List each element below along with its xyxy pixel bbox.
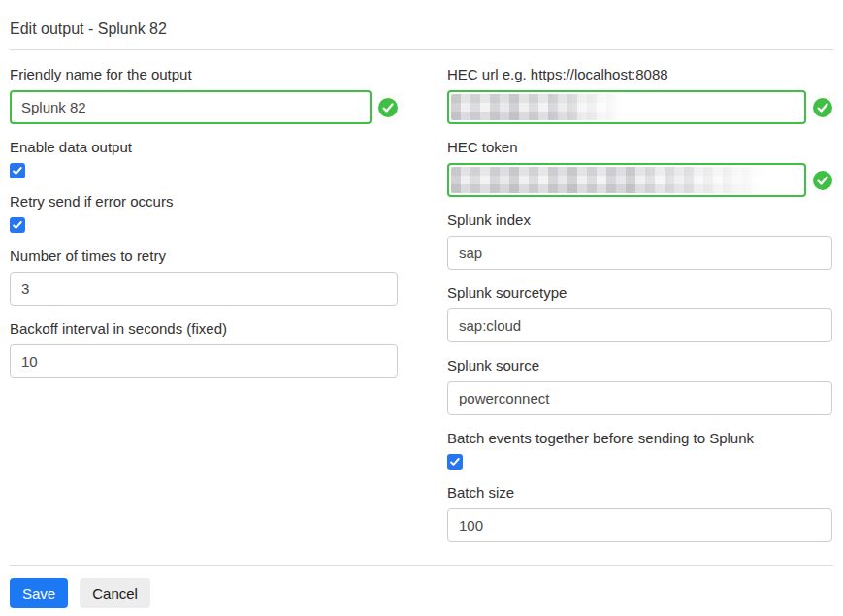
hec-url-valid-badge bbox=[813, 98, 832, 117]
splunk-source-input[interactable] bbox=[447, 381, 832, 415]
splunk-index-label: Splunk index bbox=[447, 211, 832, 228]
field-friendly-name: Friendly name for the output bbox=[10, 66, 398, 124]
batch-size-input[interactable] bbox=[447, 508, 832, 542]
hec-url-input[interactable] bbox=[447, 90, 806, 124]
enable-data-output-checkbox[interactable] bbox=[10, 163, 25, 178]
field-retry-on-error: Retry send if error occurs bbox=[10, 193, 398, 233]
field-batch-events: Batch events together before sending to … bbox=[447, 430, 832, 470]
splunk-index-input[interactable] bbox=[447, 236, 832, 270]
valid-check-icon bbox=[813, 171, 832, 190]
batch-events-label: Batch events together before sending to … bbox=[447, 430, 832, 446]
splunk-source-label: Splunk source bbox=[447, 357, 832, 373]
check-icon bbox=[449, 456, 461, 468]
hec-url-label: HEC url e.g. https://localhost:8088 bbox=[447, 66, 832, 82]
hec-token-label: HEC token bbox=[447, 139, 832, 155]
hec-token-input-row bbox=[447, 163, 832, 197]
batch-size-input-row bbox=[447, 508, 832, 542]
save-button[interactable]: Save bbox=[10, 578, 68, 608]
retry-count-input[interactable] bbox=[10, 272, 398, 306]
field-splunk-sourcetype: Splunk sourcetype bbox=[447, 284, 832, 342]
hec-token-input[interactable] bbox=[447, 163, 806, 197]
edit-output-page: Edit output - Splunk 82 Friendly name fo… bbox=[0, 0, 843, 616]
splunk-sourcetype-input-row bbox=[447, 308, 832, 342]
friendly-name-label: Friendly name for the output bbox=[10, 66, 398, 82]
backoff-interval-input[interactable] bbox=[10, 344, 398, 378]
valid-check-icon bbox=[813, 98, 832, 117]
form-actions: Save Cancel bbox=[10, 578, 833, 616]
check-icon bbox=[12, 165, 23, 177]
retry-count-label: Number of times to retry bbox=[10, 247, 398, 264]
field-hec-token: HEC token bbox=[447, 139, 832, 197]
page-title: Edit output - Splunk 82 bbox=[10, 19, 833, 38]
friendly-name-valid-badge bbox=[378, 98, 398, 117]
field-batch-size: Batch size bbox=[447, 484, 832, 542]
friendly-name-input[interactable] bbox=[10, 90, 372, 124]
field-splunk-source: Splunk source bbox=[447, 357, 832, 415]
batch-size-label: Batch size bbox=[447, 484, 832, 501]
footer-divider bbox=[10, 565, 833, 566]
field-retry-count: Number of times to retry bbox=[10, 247, 398, 306]
enable-data-output-label: Enable data output bbox=[10, 139, 398, 155]
field-backoff-interval: Backoff interval in seconds (fixed) bbox=[10, 320, 398, 378]
hec-token-valid-badge bbox=[813, 171, 832, 190]
cancel-button[interactable]: Cancel bbox=[80, 578, 150, 608]
splunk-sourcetype-label: Splunk sourcetype bbox=[447, 284, 832, 301]
retry-count-input-row bbox=[10, 272, 398, 306]
retry-on-error-label: Retry send if error occurs bbox=[10, 193, 398, 210]
check-icon bbox=[12, 219, 23, 231]
form-column-right: HEC url e.g. https://localhost:8088HEC t… bbox=[447, 66, 832, 557]
header-divider bbox=[10, 49, 833, 50]
field-enable-data-output: Enable data output bbox=[10, 139, 398, 178]
splunk-index-input-row bbox=[447, 236, 832, 270]
retry-on-error-checkbox[interactable] bbox=[10, 217, 25, 233]
field-splunk-index: Splunk index bbox=[447, 211, 832, 270]
form-column-left: Friendly name for the outputEnable data … bbox=[10, 66, 398, 393]
form-columns: Friendly name for the outputEnable data … bbox=[10, 66, 833, 557]
field-hec-url: HEC url e.g. https://localhost:8088 bbox=[447, 66, 832, 124]
splunk-source-input-row bbox=[447, 381, 832, 415]
friendly-name-input-row bbox=[10, 90, 398, 124]
backoff-interval-input-row bbox=[10, 344, 398, 378]
hec-url-input-row bbox=[447, 90, 832, 124]
backoff-interval-label: Backoff interval in seconds (fixed) bbox=[10, 320, 398, 337]
batch-events-checkbox[interactable] bbox=[447, 454, 463, 470]
splunk-sourcetype-input[interactable] bbox=[447, 308, 832, 342]
valid-check-icon bbox=[378, 98, 398, 117]
